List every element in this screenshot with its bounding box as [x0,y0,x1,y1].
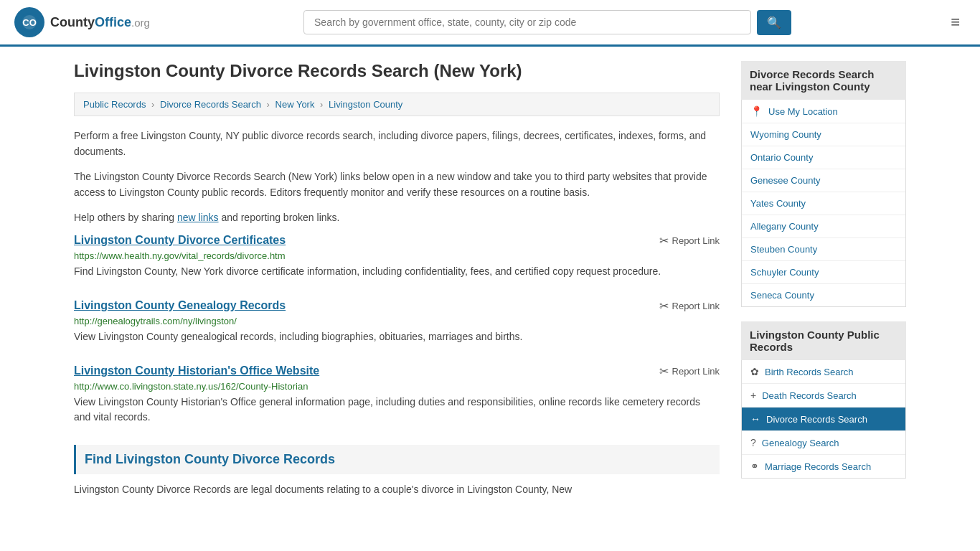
link-url-1: http://genealogytrails.com/ny/livingston… [74,316,720,326]
main-container: Livingston County Divorce Records Search… [60,47,920,512]
link-item: Livingston County Genealogy Records ✂ Re… [74,299,720,347]
nearby-county-item[interactable]: Seneca County [742,284,905,306]
use-location-item[interactable]: 📍 Use My Location [742,100,905,123]
public-record-link-1[interactable]: +Death Records Search [742,384,905,407]
link-item-header: Livingston County Divorce Certificates ✂… [74,234,720,248]
nearby-title: Divorce Records Search near Livingston C… [741,61,906,100]
public-record-item[interactable]: ?Genealogy Search [742,431,905,455]
logo-icon: CO [14,7,44,37]
link-item: Livingston County Divorce Certificates ✂… [74,234,720,282]
search-area: 🔍 [303,10,791,35]
nearby-county-link-7[interactable]: Seneca County [742,284,905,306]
logo-text: CountyOffice.org [50,15,150,30]
public-record-item[interactable]: ✿Birth Records Search [742,360,905,384]
find-section-heading: Find Livingston County Divorce Records [74,445,720,474]
link-desc-0: Find Livingston County, New York divorce… [74,264,720,279]
search-input[interactable] [303,10,751,34]
link-item-header: Livingston County Genealogy Records ✂ Re… [74,299,720,313]
nearby-county-item[interactable]: Wyoming County [742,123,905,146]
svg-text:CO: CO [22,17,37,28]
report-link-2[interactable]: ✂ Report Link [659,364,720,378]
nearby-county-link-2[interactable]: Genesee County [742,169,905,192]
link-desc-1: View Livingston County genealogical reco… [74,329,720,344]
record-icon-3: ? [750,437,756,448]
public-record-link-2[interactable]: ↔Divorce Records Search [742,408,905,430]
link-desc-2: View Livingston County Historian's Offic… [74,395,720,425]
nearby-county-link-4[interactable]: Allegany County [742,215,905,237]
menu-button[interactable]: ≡ [945,10,966,34]
link-title-1[interactable]: Livingston County Genealogy Records [74,299,286,312]
find-section-desc: Livingston County Divorce Records are le… [74,481,720,497]
nearby-county-link-3[interactable]: Yates County [742,192,905,215]
link-title-2[interactable]: Livingston County Historian's Office Web… [74,364,319,377]
nearby-county-link-1[interactable]: Ontario County [742,146,905,169]
record-icon-0: ✿ [750,366,759,377]
page-title: Livingston County Divorce Records Search… [74,61,720,81]
report-link-0[interactable]: ✂ Report Link [659,234,720,248]
public-record-link-3[interactable]: ?Genealogy Search [742,431,905,454]
nearby-county-item[interactable]: Genesee County [742,169,905,192]
nearby-county-item[interactable]: Yates County [742,192,905,215]
search-icon: 🔍 [767,17,781,29]
nearby-county-item[interactable]: Ontario County [742,146,905,169]
link-item: Livingston County Historian's Office Web… [74,364,720,428]
link-url-2: http://www.co.livingston.state.ny.us/162… [74,381,720,392]
public-record-item[interactable]: ⚭Marriage Records Search [742,455,905,478]
report-icon: ✂ [659,234,669,248]
public-record-item[interactable]: ↔Divorce Records Search [742,408,905,431]
link-url-0: https://www.health.ny.gov/vital_records/… [74,250,720,261]
public-records-section: Livingston County Public Records ✿Birth … [741,321,906,479]
breadcrumb-divorce-records-search[interactable]: Divorce Records Search [160,99,261,110]
logo: CO CountyOffice.org [14,7,150,37]
description-1: Perform a free Livingston County, NY pub… [74,128,720,160]
location-icon: 📍 [750,105,763,117]
record-icon-4: ⚭ [750,461,759,472]
record-icon-2: ↔ [750,413,760,425]
breadcrumb-livingston-county[interactable]: Livingston County [329,99,402,110]
public-record-item[interactable]: +Death Records Search [742,384,905,408]
breadcrumb: Public Records › Divorce Records Search … [74,93,720,116]
nearby-county-link-0[interactable]: Wyoming County [742,123,905,146]
use-location-link[interactable]: 📍 Use My Location [742,100,905,123]
nearby-section: Divorce Records Search near Livingston C… [741,61,906,307]
link-title-0[interactable]: Livingston County Divorce Certificates [74,234,286,247]
public-record-link-4[interactable]: ⚭Marriage Records Search [742,455,905,478]
nearby-county-link-6[interactable]: Schuyler County [742,261,905,283]
description-3: Help others by sharing new links and rep… [74,209,720,225]
breadcrumb-new-york[interactable]: New York [275,99,315,110]
link-items: Livingston County Divorce Certificates ✂… [74,234,720,428]
record-icon-1: + [750,390,756,401]
link-item-header: Livingston County Historian's Office Web… [74,364,720,378]
report-icon: ✂ [659,364,669,378]
site-header: CO CountyOffice.org 🔍 ≡ [0,0,980,47]
nearby-county-link-5[interactable]: Steuben County [742,238,905,260]
nearby-county-item[interactable]: Allegany County [742,215,905,238]
public-records-list: ✿Birth Records Search+Death Records Sear… [741,360,906,479]
nearby-county-item[interactable]: Steuben County [742,238,905,261]
sidebar: Divorce Records Search near Livingston C… [741,61,906,497]
nearby-county-item[interactable]: Schuyler County [742,261,905,284]
public-records-title: Livingston County Public Records [741,321,906,360]
breadcrumb-public-records[interactable]: Public Records [83,99,146,110]
search-button[interactable]: 🔍 [757,10,791,35]
nearby-list: 📍 Use My Location Wyoming CountyOntario … [741,100,906,307]
public-record-link-0[interactable]: ✿Birth Records Search [742,360,905,383]
content-area: Livingston County Divorce Records Search… [74,61,720,497]
report-link-1[interactable]: ✂ Report Link [659,299,720,313]
new-links-link[interactable]: new links [177,212,219,223]
description-2: The Livingston County Divorce Records Se… [74,169,720,201]
report-icon: ✂ [659,299,669,313]
menu-icon: ≡ [951,13,960,31]
